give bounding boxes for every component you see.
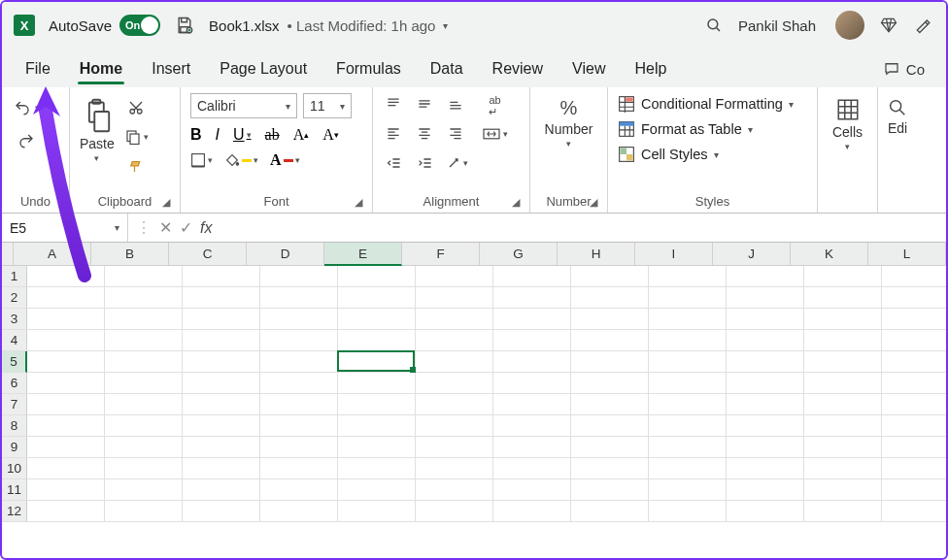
cell[interactable]: [727, 373, 804, 394]
cell[interactable]: [338, 330, 416, 351]
cell[interactable]: [338, 266, 416, 287]
cell[interactable]: [338, 437, 416, 458]
cell[interactable]: [338, 501, 416, 522]
row-header[interactable]: 11: [2, 479, 27, 501]
cell[interactable]: [571, 501, 649, 522]
cell[interactable]: [260, 394, 338, 415]
underline-button[interactable]: U▾: [233, 126, 252, 144]
cell[interactable]: [571, 287, 649, 309]
cell[interactable]: [105, 415, 183, 437]
cell[interactable]: [493, 287, 571, 309]
fill-color-button[interactable]: ▾: [224, 153, 258, 167]
cell[interactable]: [571, 330, 649, 351]
cell[interactable]: [183, 479, 260, 501]
align-middle-icon[interactable]: [414, 93, 435, 115]
cell[interactable]: [727, 351, 804, 373]
cell[interactable]: [105, 309, 183, 330]
cell[interactable]: [649, 437, 727, 458]
cell[interactable]: [727, 266, 804, 287]
copy-icon[interactable]: ▾: [124, 128, 149, 146]
column-header[interactable]: C: [169, 243, 247, 266]
cell[interactable]: [105, 437, 183, 458]
cell[interactable]: [27, 415, 105, 437]
cell[interactable]: [416, 479, 493, 501]
decrease-indent-icon[interactable]: [383, 151, 406, 175]
column-header[interactable]: F: [402, 243, 480, 266]
align-top-icon[interactable]: [383, 93, 404, 115]
cell[interactable]: [260, 458, 338, 479]
cell[interactable]: [882, 351, 948, 373]
cell[interactable]: [416, 394, 493, 415]
paste-button[interactable]: Paste ▾: [80, 93, 115, 163]
font-launcher-icon[interactable]: ◢: [355, 196, 362, 209]
cell[interactable]: [493, 309, 571, 330]
cell[interactable]: [105, 351, 183, 373]
cell[interactable]: [183, 351, 260, 373]
cell[interactable]: [105, 479, 183, 501]
cell[interactable]: [338, 394, 416, 415]
cell[interactable]: [105, 373, 183, 394]
cell[interactable]: [416, 351, 493, 373]
cancel-formula-icon[interactable]: ✕: [159, 218, 172, 237]
cell[interactable]: [804, 458, 882, 479]
cell[interactable]: [727, 287, 804, 309]
format-painter-icon[interactable]: [125, 155, 147, 177]
cut-icon[interactable]: [125, 97, 147, 118]
cell[interactable]: [649, 479, 727, 501]
cell[interactable]: [882, 373, 948, 394]
column-header[interactable]: A: [14, 243, 91, 266]
cell[interactable]: [416, 458, 493, 479]
row-header[interactable]: 2: [2, 287, 27, 309]
cell[interactable]: [27, 351, 105, 373]
double-underline-button[interactable]: ab: [265, 126, 280, 144]
cell[interactable]: [571, 437, 649, 458]
cell[interactable]: [649, 501, 727, 522]
align-bottom-icon[interactable]: [445, 93, 466, 115]
wrap-text-icon[interactable]: ab↵: [485, 95, 506, 116]
cell[interactable]: [183, 415, 260, 437]
cell[interactable]: [882, 309, 948, 330]
alignment-launcher-icon[interactable]: ◢: [512, 196, 520, 209]
tab-view[interactable]: View: [570, 60, 607, 87]
cell[interactable]: [882, 330, 948, 351]
cell[interactable]: [183, 266, 260, 287]
cell[interactable]: [727, 309, 804, 330]
cell[interactable]: [649, 458, 727, 479]
cell[interactable]: [649, 309, 727, 330]
cell[interactable]: [804, 330, 882, 351]
tab-data[interactable]: Data: [428, 60, 465, 87]
cell[interactable]: [804, 309, 882, 330]
cell[interactable]: [882, 501, 948, 522]
cell[interactable]: [183, 309, 260, 330]
cell[interactable]: [727, 394, 804, 415]
user-name[interactable]: Pankil Shah: [738, 17, 816, 34]
cell[interactable]: [338, 415, 416, 437]
cell[interactable]: [571, 479, 649, 501]
cell[interactable]: [105, 501, 183, 522]
column-header[interactable]: L: [868, 243, 946, 266]
cell[interactable]: [27, 287, 105, 309]
cell[interactable]: [416, 373, 493, 394]
font-color-button[interactable]: A▾: [270, 151, 300, 169]
cell[interactable]: [804, 351, 882, 373]
cell[interactable]: [649, 394, 727, 415]
cell[interactable]: [27, 458, 105, 479]
merge-center-icon[interactable]: ▾: [482, 126, 508, 142]
cell[interactable]: [804, 266, 882, 287]
align-right-icon[interactable]: [445, 122, 466, 144]
cell[interactable]: [727, 458, 804, 479]
cell[interactable]: [260, 415, 338, 437]
cell[interactable]: [882, 437, 948, 458]
cell[interactable]: [493, 458, 571, 479]
italic-button[interactable]: I: [216, 126, 220, 144]
font-name-dropdown[interactable]: Calibri▾: [190, 93, 297, 118]
cell[interactable]: [338, 458, 416, 479]
cell[interactable]: [183, 394, 260, 415]
row-header[interactable]: 6: [2, 373, 27, 394]
save-icon[interactable]: [174, 15, 195, 36]
avatar[interactable]: [835, 11, 864, 40]
decrease-font-icon[interactable]: A▾: [322, 126, 339, 144]
cell[interactable]: [338, 351, 416, 373]
cell[interactable]: [183, 330, 260, 351]
insert-function-icon[interactable]: fx: [200, 219, 212, 237]
